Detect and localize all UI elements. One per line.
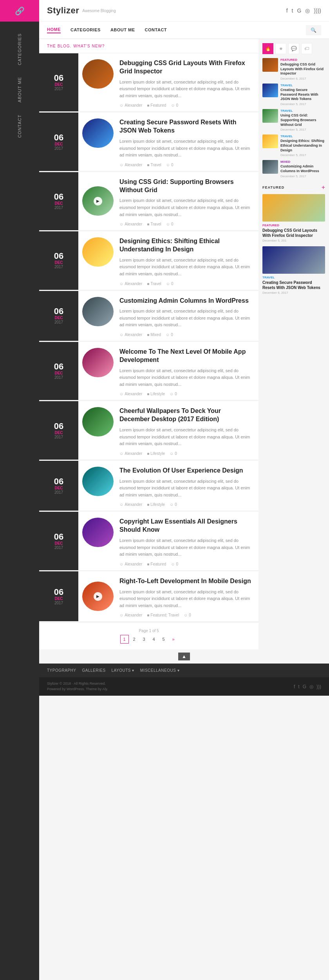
site-tagline: Awesome Blogging: [82, 9, 116, 13]
footer-nav-galleries[interactable]: GALLERIES: [82, 668, 105, 673]
blog-post-9: 06 DEC 2017 Copyright Law Essentials All…: [39, 512, 258, 570]
page-link-5[interactable]: 5: [159, 635, 168, 644]
nav-about[interactable]: ABOUT ME: [110, 27, 135, 33]
recent-cat-2: Travel: [280, 84, 325, 87]
footer-rss-icon[interactable]: ))): [316, 684, 321, 689]
post-meta-10: ☺ Alexander ■ Featured; Travel ☺ 0: [119, 613, 253, 617]
footer-nav-layouts[interactable]: LAYOUTS ▾: [112, 668, 134, 673]
recent-title-5[interactable]: Customizing Admin Columns In WordPress: [280, 164, 325, 173]
recent-title-4[interactable]: Designing Ethics: Shifting Ethical Under…: [280, 139, 325, 153]
post-title-5[interactable]: Customizing Admin Columns In WordPress: [119, 297, 253, 305]
post-category-3[interactable]: ■ Travel: [147, 222, 161, 226]
recent-title-1[interactable]: Debugging CSS Grid Layouts With Firefox …: [280, 62, 325, 76]
post-excerpt-1: Lorem ipsum dolor sit amet, consectetur …: [119, 79, 253, 100]
blog-post-5: 06 DEC 2017 Customizing Admin Columns In…: [39, 291, 258, 342]
featured-label: FEATURED: [262, 185, 284, 189]
post-title-6[interactable]: Welcome To The Next Level Of Mobile App …: [119, 348, 253, 364]
page-link-2[interactable]: 2: [130, 635, 139, 644]
play-button-3[interactable]: ▶: [94, 197, 102, 205]
page-link-next[interactable]: »: [169, 635, 178, 644]
tab-star[interactable]: ★: [275, 43, 286, 54]
post-category-10[interactable]: ■ Featured; Travel: [147, 613, 179, 617]
sidebar-item-categories[interactable]: CATEGORIES: [17, 33, 22, 65]
post-year: 2017: [54, 146, 63, 151]
rss-icon[interactable]: )))): [314, 7, 321, 14]
nav-categories[interactable]: CATEGORIES: [70, 27, 101, 33]
post-meta-4: ☺ Alexander ■ Travel ☺ 0: [119, 282, 253, 286]
blog-post-6: 06 DEC 2017 Welcome To The Next Level Of…: [39, 342, 258, 400]
twitter-icon[interactable]: t: [292, 7, 293, 14]
post-body-4: Designing Ethics: Shifting Ethical Under…: [118, 231, 258, 289]
featured-item-2: Travel Creating Secure Password Resets W…: [262, 246, 325, 295]
recent-title-2[interactable]: Creating Secure Password Resets With JSO…: [280, 88, 325, 102]
recent-cat-5: Mixed: [280, 160, 325, 164]
footer-google-icon[interactable]: G: [303, 684, 306, 689]
featured-title-1[interactable]: Debugging CSS Grid Layouts With Firefox …: [262, 228, 325, 238]
post-author-10: ☺ Alexander: [119, 613, 142, 617]
post-thumbnail-6: [82, 348, 114, 377]
post-title-8[interactable]: The Evolution Of User Experience Design: [119, 467, 253, 475]
recent-date-4: December 5, 2017: [280, 153, 325, 157]
post-day: 06: [54, 307, 63, 316]
footer-nav-misc[interactable]: MISCELLANEOUS ▾: [140, 668, 179, 673]
recent-posts: Featured Debugging CSS Grid Layouts With…: [262, 58, 325, 178]
page-link-1[interactable]: 1: [120, 635, 129, 644]
recent-post-info-2: Travel Creating Secure Password Resets W…: [280, 84, 325, 106]
recent-cat-4: Travel: [280, 135, 325, 138]
tab-fire[interactable]: 🔥: [262, 43, 273, 54]
nav-home[interactable]: HOME: [47, 27, 61, 33]
page-link-3[interactable]: 3: [140, 635, 148, 644]
post-day: 06: [54, 533, 63, 541]
post-day: 06: [54, 422, 63, 431]
post-comments-8: ☺ 0: [170, 502, 177, 507]
recent-post-info-4: Travel Designing Ethics: Shifting Ethica…: [280, 135, 325, 157]
footer-twitter-icon[interactable]: t: [298, 684, 299, 689]
scroll-to-top-button[interactable]: ▲: [178, 653, 190, 660]
post-title-1[interactable]: Debugging CSS Grid Layouts With Firefox …: [119, 59, 253, 76]
featured-cat-1: Featured: [262, 224, 325, 227]
recent-title-3[interactable]: Using CSS Grid: Supporting Browsers With…: [280, 113, 325, 127]
footer-instagram-icon[interactable]: ◎: [309, 684, 313, 689]
featured-title-2[interactable]: Creating Secure Password Resets With JSO…: [262, 280, 325, 290]
post-category-9[interactable]: ■ Featured: [147, 562, 166, 566]
google-icon[interactable]: G: [297, 7, 301, 14]
sidebar-item-about[interactable]: ABOUT ME: [17, 77, 22, 102]
search-icon: 🔍: [311, 27, 316, 33]
nav-contact[interactable]: CONTACT: [145, 27, 167, 33]
blog-sub-label: WHAT'S NEW?: [73, 44, 105, 48]
post-title-2[interactable]: Creating Secure Password Resets With JSO…: [119, 118, 253, 135]
post-month: DEC: [54, 541, 63, 545]
tab-comment[interactable]: 💬: [288, 43, 299, 54]
sidebar-item-contact[interactable]: CONTACT: [17, 115, 22, 138]
post-date-4: 06 DEC 2017: [39, 231, 78, 289]
tab-tag[interactable]: 🏷: [301, 43, 312, 54]
post-excerpt-10: Lorem ipsum dolor sit amet, consectetur …: [119, 589, 253, 609]
post-category-4[interactable]: ■ Travel: [147, 282, 161, 286]
post-title-7[interactable]: Cheerful Wallpapers To Deck Your Decembe…: [119, 407, 253, 424]
post-comments-10: ☺ 0: [184, 613, 191, 617]
footer-nav-typography[interactable]: TYPOGRAPHY: [47, 668, 76, 673]
post-category-1[interactable]: ■ Featured: [147, 103, 166, 107]
post-category-8[interactable]: ■ Lifestyle: [147, 502, 165, 507]
post-category-7[interactable]: ■ Lifestyle: [147, 451, 165, 456]
post-title-3[interactable]: Using CSS Grid: Supporting Browsers With…: [119, 178, 253, 195]
blog-post-4: 06 DEC 2017 Designing Ethics: Shifting E…: [39, 231, 258, 290]
play-button-10[interactable]: ▶: [94, 592, 102, 601]
post-category-2[interactable]: ■ Travel: [147, 163, 161, 167]
post-year: 2017: [54, 265, 63, 269]
instagram-icon[interactable]: ◎: [305, 7, 310, 14]
featured-plus-icon[interactable]: +: [322, 184, 325, 191]
footer-facebook-icon[interactable]: f: [294, 684, 295, 689]
post-title-4[interactable]: Designing Ethics: Shifting Ethical Under…: [119, 237, 253, 254]
post-excerpt-8: Lorem ipsum dolor sit amet, consectetur …: [119, 478, 253, 499]
bookmark-icon: 🔗: [15, 6, 25, 16]
facebook-icon[interactable]: f: [286, 7, 288, 14]
social-icons: f t G ◎ )))): [286, 7, 321, 14]
search-button[interactable]: 🔍: [306, 25, 321, 35]
post-title-10[interactable]: Right-To-Left Development In Mobile Desi…: [119, 577, 253, 585]
post-title-9[interactable]: Copyright Law Essentials All Designers S…: [119, 518, 253, 534]
post-category-5[interactable]: ■ Mixed: [147, 333, 161, 337]
page-link-4[interactable]: 4: [150, 635, 158, 644]
post-category-6[interactable]: ■ Lifestyle: [147, 392, 165, 396]
post-thumbnail-9: [82, 518, 114, 547]
